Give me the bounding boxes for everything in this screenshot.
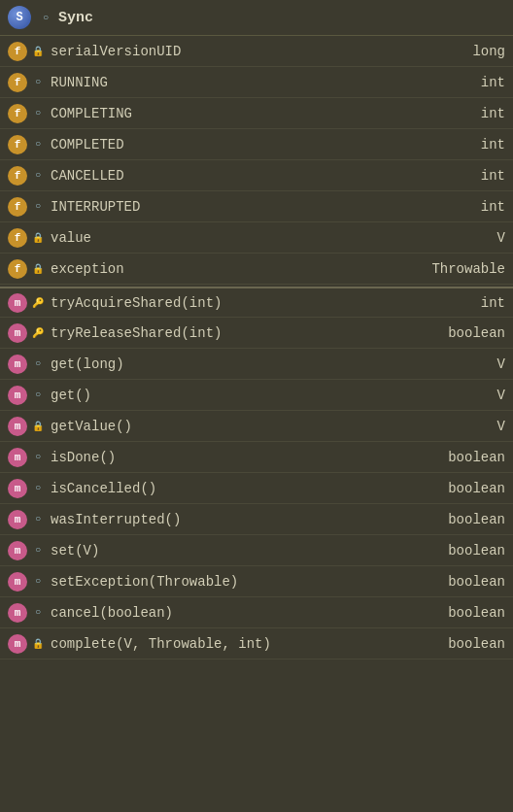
- item-label: complete(V, Throwable, int): [51, 636, 437, 652]
- list-item[interactable]: f🔒serialVersionUIDlong: [0, 36, 513, 67]
- list-item[interactable]: m○get(long)V: [0, 349, 513, 380]
- lock-icon: 🔒: [31, 262, 45, 276]
- item-label: COMPLETING: [51, 106, 437, 121]
- item-type: Throwable: [431, 261, 505, 277]
- item-type: int: [437, 75, 505, 90]
- class-icon: S: [8, 6, 31, 29]
- f-badge: f: [8, 197, 27, 217]
- f-badge: f: [8, 166, 27, 186]
- item-label: get(): [51, 388, 437, 403]
- item-type: int: [437, 199, 505, 215]
- item-label: exception: [51, 261, 431, 277]
- circle-icon: ○: [31, 482, 45, 495]
- list-item[interactable]: f○CANCELLEDint: [0, 160, 513, 191]
- item-label: isCancelled(): [51, 481, 437, 496]
- item-label: setException(Throwable): [51, 574, 437, 590]
- circle-icon: ○: [31, 357, 45, 371]
- item-type: boolean: [437, 605, 505, 621]
- item-label: serialVersionUID: [51, 44, 437, 59]
- f-badge: f: [8, 104, 27, 123]
- list-item[interactable]: f○RUNNINGint: [0, 67, 513, 98]
- m-badge: m: [8, 355, 27, 374]
- circle-icon: ○: [31, 169, 45, 183]
- f-badge: f: [8, 259, 27, 279]
- circle-icon: ○: [31, 575, 45, 589]
- list-item[interactable]: m○cancel(boolean)boolean: [0, 597, 513, 628]
- circle-access-icon: ○: [39, 11, 52, 24]
- key-icon: 🔑: [31, 296, 45, 310]
- item-type: int: [437, 137, 505, 152]
- item-type: boolean: [437, 325, 505, 341]
- methods-section: m🔑tryAcquireShared(int)intm🔑tryReleaseSh…: [0, 287, 513, 660]
- header: S ○ Sync: [0, 0, 513, 36]
- circle-icon: ○: [31, 200, 45, 214]
- list-item[interactable]: f🔒valueV: [0, 222, 513, 254]
- list-item[interactable]: m○isDone()boolean: [0, 442, 513, 473]
- item-type: boolean: [437, 512, 505, 527]
- item-label: get(long): [51, 356, 437, 372]
- list-item[interactable]: m🔒complete(V, Throwable, int)boolean: [0, 628, 513, 660]
- circle-icon: ○: [31, 606, 45, 620]
- item-label: tryReleaseShared(int): [51, 325, 437, 341]
- list-item[interactable]: m🔑tryAcquireShared(int)int: [0, 287, 513, 318]
- circle-icon: ○: [31, 138, 45, 152]
- key-icon: 🔑: [31, 326, 45, 340]
- item-type: long: [437, 44, 505, 59]
- list-item[interactable]: m🔒getValue()V: [0, 411, 513, 442]
- item-label: RUNNING: [51, 75, 437, 90]
- m-badge: m: [8, 479, 27, 498]
- circle-icon: ○: [31, 451, 45, 464]
- item-type: V: [437, 230, 505, 246]
- m-badge: m: [8, 417, 27, 436]
- item-type: V: [437, 419, 505, 434]
- item-type: int: [437, 168, 505, 184]
- list-item[interactable]: m○set(V)boolean: [0, 535, 513, 566]
- m-badge: m: [8, 448, 27, 467]
- lock-icon: 🔒: [31, 231, 45, 245]
- m-badge: m: [8, 572, 27, 592]
- item-type: V: [437, 356, 505, 372]
- list-item[interactable]: m🔑tryReleaseShared(int)boolean: [0, 318, 513, 349]
- item-label: isDone(): [51, 450, 437, 465]
- item-type: boolean: [437, 543, 505, 558]
- lock-icon: 🔒: [31, 45, 45, 58]
- list-item[interactable]: m○isCancelled()boolean: [0, 473, 513, 504]
- item-type: boolean: [437, 481, 505, 496]
- item-type: int: [437, 106, 505, 121]
- f-badge: f: [8, 73, 27, 92]
- header-title: Sync: [58, 10, 93, 26]
- lock-icon: 🔒: [31, 637, 45, 651]
- m-badge: m: [8, 293, 27, 313]
- m-badge: m: [8, 634, 27, 654]
- m-badge: m: [8, 541, 27, 560]
- item-label: CANCELLED: [51, 168, 437, 184]
- item-label: cancel(boolean): [51, 605, 437, 621]
- circle-icon: ○: [31, 107, 45, 120]
- f-badge: f: [8, 42, 27, 61]
- circle-icon: ○: [31, 76, 45, 89]
- m-badge: m: [8, 386, 27, 405]
- list-item[interactable]: m○wasInterrupted()boolean: [0, 504, 513, 535]
- f-badge: f: [8, 228, 27, 248]
- circle-icon: ○: [31, 389, 45, 402]
- f-badge: f: [8, 135, 27, 154]
- m-badge: m: [8, 603, 27, 623]
- circle-icon: ○: [31, 544, 45, 558]
- item-label: tryAcquireShared(int): [51, 295, 437, 311]
- list-item[interactable]: f○COMPLETEDint: [0, 129, 513, 160]
- item-label: wasInterrupted(): [51, 512, 437, 527]
- item-label: COMPLETED: [51, 137, 437, 152]
- item-type: boolean: [437, 636, 505, 652]
- lock-icon: 🔒: [31, 420, 45, 433]
- item-type: V: [437, 388, 505, 403]
- item-type: int: [437, 295, 505, 311]
- item-label: value: [51, 230, 437, 246]
- circle-icon: ○: [31, 513, 45, 526]
- list-item[interactable]: m○get()V: [0, 380, 513, 411]
- list-item[interactable]: f🔒exceptionThrowable: [0, 254, 513, 285]
- list-item[interactable]: f○COMPLETINGint: [0, 98, 513, 129]
- fields-section: f🔒serialVersionUIDlongf○RUNNINGintf○COMP…: [0, 36, 513, 285]
- item-label: INTERRUPTED: [51, 199, 437, 215]
- list-item[interactable]: f○INTERRUPTEDint: [0, 191, 513, 222]
- list-item[interactable]: m○setException(Throwable)boolean: [0, 566, 513, 597]
